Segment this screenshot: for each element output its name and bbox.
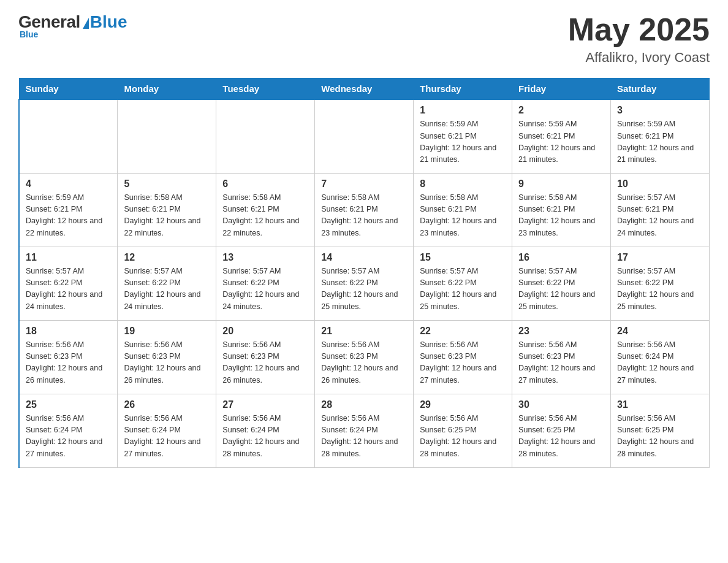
calendar-cell: 16Sunrise: 5:57 AM Sunset: 6:22 PM Dayli… xyxy=(512,247,611,320)
calendar-week-row: 1Sunrise: 5:59 AM Sunset: 6:21 PM Daylig… xyxy=(19,99,710,173)
day-number: 4 xyxy=(26,178,111,190)
calendar-cell xyxy=(19,99,118,173)
day-info: Sunrise: 5:59 AM Sunset: 6:21 PM Dayligh… xyxy=(26,192,111,240)
calendar-cell: 1Sunrise: 5:59 AM Sunset: 6:21 PM Daylig… xyxy=(414,99,512,173)
day-info: Sunrise: 5:58 AM Sunset: 6:21 PM Dayligh… xyxy=(222,192,308,240)
day-number: 20 xyxy=(222,326,308,337)
calendar-cell: 22Sunrise: 5:56 AM Sunset: 6:23 PM Dayli… xyxy=(414,320,512,394)
day-info: Sunrise: 5:56 AM Sunset: 6:23 PM Dayligh… xyxy=(321,339,407,387)
calendar-cell: 15Sunrise: 5:57 AM Sunset: 6:22 PM Dayli… xyxy=(414,247,512,320)
day-info: Sunrise: 5:59 AM Sunset: 6:21 PM Dayligh… xyxy=(518,118,604,166)
day-number: 5 xyxy=(124,178,210,190)
calendar-cell: 26Sunrise: 5:56 AM Sunset: 6:24 PM Dayli… xyxy=(118,394,216,467)
calendar-cell: 11Sunrise: 5:57 AM Sunset: 6:22 PM Dayli… xyxy=(19,247,118,320)
day-info: Sunrise: 5:58 AM Sunset: 6:21 PM Dayligh… xyxy=(518,192,604,240)
calendar-cell xyxy=(315,99,414,173)
logo-blue-text: Blue xyxy=(90,12,127,32)
day-number: 11 xyxy=(26,252,111,263)
day-number: 7 xyxy=(321,178,407,190)
calendar-week-row: 4Sunrise: 5:59 AM Sunset: 6:21 PM Daylig… xyxy=(19,173,710,247)
day-info: Sunrise: 5:56 AM Sunset: 6:24 PM Dayligh… xyxy=(124,413,210,461)
calendar-cell: 18Sunrise: 5:56 AM Sunset: 6:23 PM Dayli… xyxy=(19,320,118,394)
day-info: Sunrise: 5:57 AM Sunset: 6:21 PM Dayligh… xyxy=(617,192,703,240)
calendar-cell: 12Sunrise: 5:57 AM Sunset: 6:22 PM Dayli… xyxy=(118,247,216,320)
header-cell-wednesday: Wednesday xyxy=(315,79,414,100)
calendar-week-row: 25Sunrise: 5:56 AM Sunset: 6:24 PM Dayli… xyxy=(19,394,710,467)
day-info: Sunrise: 5:57 AM Sunset: 6:22 PM Dayligh… xyxy=(321,266,407,313)
calendar-cell: 30Sunrise: 5:56 AM Sunset: 6:25 PM Dayli… xyxy=(512,394,611,467)
day-info: Sunrise: 5:56 AM Sunset: 6:23 PM Dayligh… xyxy=(420,339,506,387)
day-number: 25 xyxy=(26,399,111,410)
calendar-cell: 27Sunrise: 5:56 AM Sunset: 6:24 PM Dayli… xyxy=(216,394,315,467)
calendar-cell: 29Sunrise: 5:56 AM Sunset: 6:25 PM Dayli… xyxy=(414,394,512,467)
calendar-cell: 6Sunrise: 5:58 AM Sunset: 6:21 PM Daylig… xyxy=(216,173,315,247)
calendar-cell: 28Sunrise: 5:56 AM Sunset: 6:24 PM Dayli… xyxy=(315,394,414,467)
day-info: Sunrise: 5:56 AM Sunset: 6:23 PM Dayligh… xyxy=(124,339,210,387)
header-cell-thursday: Thursday xyxy=(414,79,512,100)
day-number: 10 xyxy=(617,178,703,190)
day-number: 28 xyxy=(321,399,407,410)
calendar-cell: 8Sunrise: 5:58 AM Sunset: 6:21 PM Daylig… xyxy=(414,173,512,247)
day-info: Sunrise: 5:59 AM Sunset: 6:21 PM Dayligh… xyxy=(617,118,703,166)
page-header: General Blue Blue May 2025 Affalikro, Iv… xyxy=(18,12,710,66)
calendar-cell: 19Sunrise: 5:56 AM Sunset: 6:23 PM Dayli… xyxy=(118,320,216,394)
day-number: 22 xyxy=(420,326,506,337)
day-info: Sunrise: 5:56 AM Sunset: 6:24 PM Dayligh… xyxy=(617,339,703,387)
calendar-cell: 9Sunrise: 5:58 AM Sunset: 6:21 PM Daylig… xyxy=(512,173,611,247)
day-number: 30 xyxy=(518,399,604,410)
day-number: 15 xyxy=(420,252,506,263)
day-number: 2 xyxy=(518,105,604,116)
title-section: May 2025 Affalikro, Ivory Coast xyxy=(568,12,710,66)
calendar-cell: 4Sunrise: 5:59 AM Sunset: 6:21 PM Daylig… xyxy=(19,173,118,247)
day-info: Sunrise: 5:57 AM Sunset: 6:22 PM Dayligh… xyxy=(420,266,506,313)
day-number: 1 xyxy=(420,105,506,116)
day-number: 26 xyxy=(124,399,210,410)
day-number: 27 xyxy=(222,399,308,410)
day-number: 17 xyxy=(617,252,703,263)
day-number: 12 xyxy=(124,252,210,263)
calendar-cell: 10Sunrise: 5:57 AM Sunset: 6:21 PM Dayli… xyxy=(611,173,710,247)
calendar-cell: 23Sunrise: 5:56 AM Sunset: 6:23 PM Dayli… xyxy=(512,320,611,394)
day-number: 3 xyxy=(617,105,703,116)
calendar-cell: 24Sunrise: 5:56 AM Sunset: 6:24 PM Dayli… xyxy=(611,320,710,394)
day-info: Sunrise: 5:56 AM Sunset: 6:24 PM Dayligh… xyxy=(222,413,308,461)
logo: General Blue Blue xyxy=(18,12,127,39)
day-info: Sunrise: 5:58 AM Sunset: 6:21 PM Dayligh… xyxy=(124,192,210,240)
header-cell-sunday: Sunday xyxy=(19,79,118,100)
day-info: Sunrise: 5:57 AM Sunset: 6:22 PM Dayligh… xyxy=(124,266,210,313)
day-number: 29 xyxy=(420,399,506,410)
day-number: 24 xyxy=(617,326,703,337)
day-info: Sunrise: 5:56 AM Sunset: 6:25 PM Dayligh… xyxy=(617,413,703,461)
logo-triangle-icon xyxy=(83,18,89,29)
location-text: Affalikro, Ivory Coast xyxy=(568,50,710,66)
day-number: 13 xyxy=(222,252,308,263)
header-cell-tuesday: Tuesday xyxy=(216,79,315,100)
calendar-cell: 2Sunrise: 5:59 AM Sunset: 6:21 PM Daylig… xyxy=(512,99,611,173)
calendar-cell: 31Sunrise: 5:56 AM Sunset: 6:25 PM Dayli… xyxy=(611,394,710,467)
calendar-cell: 20Sunrise: 5:56 AM Sunset: 6:23 PM Dayli… xyxy=(216,320,315,394)
day-info: Sunrise: 5:57 AM Sunset: 6:22 PM Dayligh… xyxy=(222,266,308,313)
calendar-cell: 21Sunrise: 5:56 AM Sunset: 6:23 PM Dayli… xyxy=(315,320,414,394)
calendar-cell: 17Sunrise: 5:57 AM Sunset: 6:22 PM Dayli… xyxy=(611,247,710,320)
day-info: Sunrise: 5:56 AM Sunset: 6:23 PM Dayligh… xyxy=(222,339,308,387)
header-cell-saturday: Saturday xyxy=(611,79,710,100)
day-info: Sunrise: 5:57 AM Sunset: 6:22 PM Dayligh… xyxy=(26,266,111,313)
day-number: 18 xyxy=(26,326,111,337)
calendar-cell xyxy=(216,99,315,173)
day-number: 31 xyxy=(617,399,703,410)
day-info: Sunrise: 5:57 AM Sunset: 6:22 PM Dayligh… xyxy=(617,266,703,313)
calendar-cell: 5Sunrise: 5:58 AM Sunset: 6:21 PM Daylig… xyxy=(118,173,216,247)
calendar-cell: 7Sunrise: 5:58 AM Sunset: 6:21 PM Daylig… xyxy=(315,173,414,247)
day-number: 23 xyxy=(518,326,604,337)
header-cell-friday: Friday xyxy=(512,79,611,100)
day-info: Sunrise: 5:58 AM Sunset: 6:21 PM Dayligh… xyxy=(420,192,506,240)
month-year-title: May 2025 xyxy=(568,12,710,47)
calendar-cell: 25Sunrise: 5:56 AM Sunset: 6:24 PM Dayli… xyxy=(19,394,118,467)
logo-subtitle: Blue xyxy=(18,29,38,39)
calendar-cell: 13Sunrise: 5:57 AM Sunset: 6:22 PM Dayli… xyxy=(216,247,315,320)
calendar-week-row: 18Sunrise: 5:56 AM Sunset: 6:23 PM Dayli… xyxy=(19,320,710,394)
calendar-cell: 14Sunrise: 5:57 AM Sunset: 6:22 PM Dayli… xyxy=(315,247,414,320)
day-number: 9 xyxy=(518,178,604,190)
header-cell-monday: Monday xyxy=(118,79,216,100)
day-info: Sunrise: 5:56 AM Sunset: 6:24 PM Dayligh… xyxy=(321,413,407,461)
